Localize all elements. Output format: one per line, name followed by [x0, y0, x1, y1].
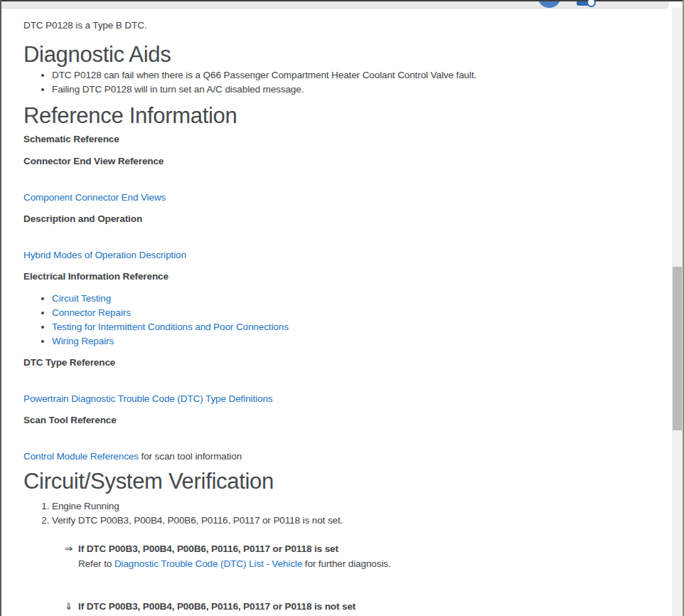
refer-row: Refer to Diagnostic Trouble Code (DTC) L… [78, 557, 641, 571]
vertical-scrollbar[interactable] [672, 8, 683, 616]
link-hybrid-modes-of-operation[interactable]: Hybrid Modes of Operation Description [23, 250, 186, 260]
section-title-reference-information: Reference Information [23, 100, 641, 132]
right-double-arrow-icon: ⇒ [65, 542, 78, 556]
link-row: Hybrid Modes of Operation Description [23, 248, 641, 262]
electrical-reference-list: Circuit Testing Connector Repairs Testin… [23, 292, 641, 349]
list-item: DTC P0128 can fail when there is a Q66 P… [52, 68, 641, 83]
document-content: DTC P0128 is a Type B DTC. Diagnostic Ai… [1, 8, 669, 616]
window-border-left [0, 0, 1, 616]
list-item: Verify DTC P00B3, P00B4, P00B6, P0116, P… [52, 514, 641, 528]
link-control-module-references[interactable]: Control Module References [23, 451, 139, 462]
link-wiring-repairs[interactable]: Wiring Repairs [52, 336, 114, 346]
link-circuit-testing[interactable]: Circuit Testing [52, 293, 111, 304]
branch-dtc-set: ⇒ If DTC P00B3, P00B4, P00B6, P0116, P01… [65, 542, 641, 556]
scan-tool-reference-row: Control Module References for scan tool … [23, 450, 641, 464]
list-item: Connector Repairs [52, 306, 641, 320]
subhead-scan-tool-reference: Scan Tool Reference [23, 413, 641, 428]
subhead-electrical-information-reference: Electrical Information Reference [23, 270, 641, 284]
toolbar-strip [1, 1, 669, 9]
refer-prefix-text: Refer to [78, 558, 114, 569]
verification-steps-list: Engine Running Verify DTC P00B3, P00B4, … [23, 499, 641, 528]
link-row: Powertrain Diagnostic Trouble Code (DTC)… [23, 392, 641, 406]
link-row: Component Connector End Views [23, 191, 641, 205]
list-item: Failing DTC P0128 will in turn set an A/… [52, 83, 641, 97]
link-dtc-list-vehicle[interactable]: Diagnostic Trouble Code (DTC) List - Veh… [114, 558, 302, 569]
branch-dtc-not-set: ⇓ If DTC P00B3, P00B4, P00B6, P0116, P01… [65, 600, 641, 614]
subhead-description-and-operation: Description and Operation [23, 212, 641, 226]
section-title-diagnostic-aids: Diagnostic Aids [23, 39, 641, 70]
subhead-schematic-reference: Schematic Reference [23, 132, 641, 147]
refer-suffix-text: for further diagnosis. [302, 558, 391, 569]
scan-tool-suffix-text: for scan tool information [139, 451, 242, 462]
subhead-dtc-type-reference: DTC Type Reference [23, 356, 641, 370]
link-testing-intermittent-conditions[interactable]: Testing for Intermittent Conditions and … [52, 322, 289, 332]
link-component-connector-end-views[interactable]: Component Connector End Views [23, 192, 166, 203]
subhead-connector-end-view-reference: Connector End View Reference [23, 154, 641, 169]
scrollbar-thumb[interactable] [673, 267, 682, 430]
section-title-circuit-system-verification: Circuit/System Verification [23, 466, 641, 497]
service-document-page: DTC P0128 is a Type B DTC. Diagnostic Ai… [0, 0, 684, 616]
branch-condition-text: If DTC P00B3, P00B4, P00B6, P0116, P0117… [78, 542, 338, 556]
diagnostic-aids-list: DTC P0128 can fail when there is a Q66 P… [23, 68, 641, 97]
intro-text: DTC P0128 is a Type B DTC. [23, 18, 641, 33]
window-border-top [0, 0, 684, 1]
list-item: Wiring Repairs [52, 334, 641, 349]
down-double-arrow-icon: ⇓ [65, 600, 78, 614]
link-powertrain-dtc-type-definitions[interactable]: Powertrain Diagnostic Trouble Code (DTC)… [23, 393, 272, 404]
branch-condition-text: If DTC P00B3, P00B4, P00B6, P0116, P0117… [78, 600, 356, 614]
list-item: Circuit Testing [52, 292, 641, 306]
link-connector-repairs[interactable]: Connector Repairs [52, 307, 131, 318]
list-item: Engine Running [52, 499, 641, 514]
list-item: Testing for Intermittent Conditions and … [52, 320, 641, 334]
